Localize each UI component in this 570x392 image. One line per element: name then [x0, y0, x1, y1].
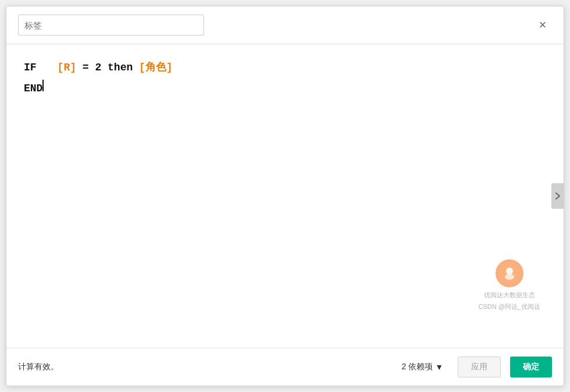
svg-point-1 — [505, 274, 514, 280]
op-eq: = 2 — [76, 58, 108, 77]
side-expand-arrow[interactable] — [551, 183, 564, 209]
apply-label: 应用 — [471, 362, 487, 371]
confirm-label: 确定 — [523, 362, 539, 371]
code-line-2: END — [24, 79, 546, 98]
var-role: [角色] — [133, 58, 172, 77]
close-icon: × — [539, 17, 547, 33]
keyword-end: END — [24, 79, 42, 98]
logo-icon — [501, 265, 518, 281]
chevron-right-icon — [554, 193, 561, 199]
deps-label: 2 依赖项 — [401, 362, 433, 372]
chevron-down-icon: ▼ — [435, 362, 443, 372]
apply-button[interactable]: 应用 — [458, 357, 501, 377]
close-button[interactable]: × — [533, 16, 552, 34]
keyword-then: then — [108, 58, 133, 77]
dialog: × IF [R] = 2 then [角色] END — [6, 6, 564, 386]
code-line-1: IF [R] = 2 then [角色] — [24, 58, 546, 77]
confirm-button[interactable]: 确定 — [510, 357, 552, 377]
var-r: [R] — [58, 58, 76, 77]
dialog-footer: 计算有效。 2 依赖项 ▼ 应用 确定 — [6, 348, 564, 386]
watermark: 优阅达大数据生态 CSDN @阿达_优阅达 — [478, 259, 540, 313]
watermark-sub: CSDN @阿达_优阅达 — [478, 301, 540, 313]
dialog-header: × — [6, 6, 564, 44]
text-cursor — [42, 80, 44, 91]
watermark-brand: 优阅达大数据生态 — [484, 290, 535, 301]
watermark-logo — [496, 259, 523, 287]
dependencies-button[interactable]: 2 依赖项 ▼ — [396, 359, 448, 375]
status-text: 计算有效。 — [18, 362, 59, 372]
dialog-body: IF [R] = 2 then [角色] END — [6, 44, 564, 348]
label-input[interactable] — [18, 15, 204, 35]
keyword-if: IF — [24, 58, 37, 77]
svg-point-0 — [506, 268, 513, 275]
